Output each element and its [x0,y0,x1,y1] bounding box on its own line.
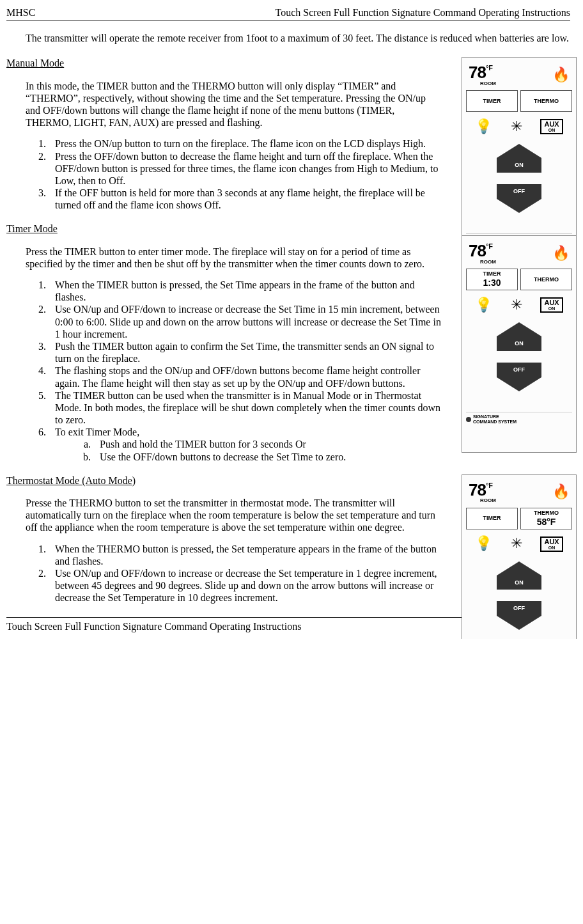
timer-list: When the TIMER button is pressed, the Se… [26,279,442,463]
lcd-room-label: ROOM [480,259,496,265]
fan-icon: ✳ [511,297,522,313]
remote-figure-thermo: 78°F ROOM 🔥 TIMER THERMO58°F 💡 ✳ AUXON O… [462,474,577,639]
list-item: Press the OFF/down button to decrease th… [49,150,442,187]
lcd-unit: °F [486,64,493,72]
timer-button: TIMER [466,90,518,112]
list-item: Press the ON/up button to turn on the fi… [49,137,442,150]
list-item: Use ON/up and OFF/down to increase or de… [49,567,442,604]
off-down-button: OFF [497,601,541,616]
flame-icon: 🔥 [552,245,570,262]
thermo-button: THERMO [520,269,572,290]
list-item: Use the OFF/down buttons to decrease the… [93,451,442,463]
list-item: When the TIMER button is pressed, the Se… [49,279,442,303]
list-item: To exit Timer Mode, Push and hold the TI… [49,426,442,463]
thermo-paragraph: Presse the THERMO button to set the tran… [26,497,442,534]
remote-figure-timer: 78°F ROOM 🔥 TIMER1:30 THERMO 💡 ✳ AUXON O… [462,235,577,453]
timer-sublist: Push and hold the TIMER button for 3 sec… [78,438,442,462]
light-icon: 💡 [475,118,492,135]
timer-button: TIMER [466,508,518,529]
thermo-button: THERMO [520,90,572,112]
footer-title: Touch Screen Full Function Signature Com… [6,620,301,632]
intro-paragraph: The transmitter will operate the remote … [26,32,570,44]
list-item: Push and hold the TIMER button for 3 sec… [93,438,442,450]
thermo-button: THERMO58°F [520,508,572,529]
timer-mode-heading: Timer Mode [6,223,570,235]
aux-icon: AUXON [540,297,563,313]
timer-paragraph: Press the TIMER button to enter timer mo… [26,246,442,270]
light-icon: 💡 [475,297,492,313]
header-title: Touch Screen Full Function Signature Com… [276,6,570,19]
list-item: The flashing stops and the ON/up and OFF… [49,364,442,389]
lcd-temp: 78 [469,63,486,82]
lcd-room-label: ROOM [480,81,496,87]
lcd-unit: °F [486,482,493,490]
timer-button: TIMER1:30 [466,269,518,290]
on-up-button: ON [497,576,541,590]
list-item: If the OFF button is held for more than … [49,187,442,211]
aux-icon: AUXON [540,536,563,552]
off-down-button: OFF [497,363,541,377]
fan-icon: ✳ [511,535,522,552]
manual-list: Press the ON/up button to turn on the fi… [26,137,442,211]
fan-icon: ✳ [511,118,522,135]
flame-icon: 🔥 [552,483,570,500]
signature-brand: SIGNATURECOMMAND SYSTEM [466,412,572,425]
list-item: Use ON/up and OFF/down to increase or de… [49,303,442,340]
on-up-button: ON [497,336,541,351]
list-item: The TIMER button can be used when the tr… [49,389,442,427]
lcd-unit: °F [486,242,493,251]
header-brand: MHSC [6,6,35,19]
thermo-list: When the THERMO button is pressed, the S… [26,543,442,604]
lcd-temp: 78 [469,241,486,261]
off-down-button: OFF [497,184,541,199]
on-up-button: ON [497,158,541,173]
light-icon: 💡 [475,535,492,552]
aux-icon: AUXON [540,119,563,134]
manual-paragraph: In this mode, the TIMER button and the T… [26,80,442,129]
page-header: MHSC Touch Screen Full Function Signatur… [6,6,570,20]
flame-icon: 🔥 [552,67,570,83]
list-item: Push the TIMER button again to confirm t… [49,340,442,364]
lcd-room-label: ROOM [480,497,496,504]
list-item: When the THERMO button is pressed, the S… [49,543,442,567]
